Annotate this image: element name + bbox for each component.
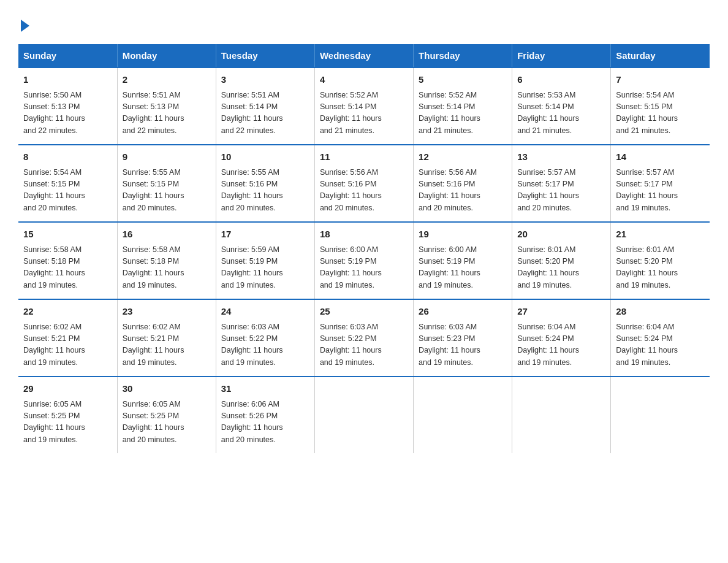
- day-info: Sunrise: 5:57 AMSunset: 5:17 PMDaylight:…: [517, 167, 605, 215]
- page-header: [18, 18, 710, 32]
- day-number: 7: [616, 73, 705, 87]
- day-info: Sunrise: 5:54 AMSunset: 5:15 PMDaylight:…: [23, 167, 112, 215]
- day-info: Sunrise: 5:56 AMSunset: 5:16 PMDaylight:…: [419, 167, 507, 215]
- calendar-week-row: 29Sunrise: 6:05 AMSunset: 5:25 PMDayligh…: [18, 377, 710, 453]
- calendar-cell: 5Sunrise: 5:52 AMSunset: 5:14 PMDaylight…: [414, 67, 512, 145]
- calendar-cell: [611, 377, 710, 453]
- calendar-cell: 31Sunrise: 6:06 AMSunset: 5:26 PMDayligh…: [216, 377, 314, 453]
- day-info: Sunrise: 5:57 AMSunset: 5:17 PMDaylight:…: [616, 167, 705, 215]
- col-header-thursday: Thursday: [414, 44, 512, 67]
- day-info: Sunrise: 5:55 AMSunset: 5:16 PMDaylight:…: [221, 167, 309, 215]
- day-info: Sunrise: 6:05 AMSunset: 5:25 PMDaylight:…: [123, 399, 211, 446]
- day-info: Sunrise: 6:04 AMSunset: 5:24 PMDaylight:…: [616, 321, 705, 369]
- col-header-tuesday: Tuesday: [216, 44, 314, 67]
- day-info: Sunrise: 6:00 AMSunset: 5:19 PMDaylight:…: [320, 244, 408, 292]
- calendar-cell: 17Sunrise: 5:59 AMSunset: 5:19 PMDayligh…: [216, 222, 314, 299]
- calendar-cell: 6Sunrise: 5:53 AMSunset: 5:14 PMDaylight…: [512, 67, 611, 145]
- logo-arrow-icon: [21, 20, 29, 32]
- day-number: 30: [123, 382, 211, 396]
- day-number: 13: [517, 150, 605, 164]
- calendar-week-row: 8Sunrise: 5:54 AMSunset: 5:15 PMDaylight…: [18, 145, 710, 222]
- calendar-cell: 30Sunrise: 6:05 AMSunset: 5:25 PMDayligh…: [117, 377, 216, 453]
- day-number: 2: [123, 73, 211, 87]
- calendar-week-row: 15Sunrise: 5:58 AMSunset: 5:18 PMDayligh…: [18, 222, 710, 299]
- calendar-cell: 24Sunrise: 6:03 AMSunset: 5:22 PMDayligh…: [216, 299, 314, 377]
- day-number: 14: [616, 150, 705, 164]
- day-number: 29: [23, 382, 112, 396]
- day-info: Sunrise: 5:51 AMSunset: 5:13 PMDaylight:…: [123, 90, 211, 137]
- day-info: Sunrise: 5:51 AMSunset: 5:14 PMDaylight:…: [221, 90, 309, 137]
- calendar-cell: 21Sunrise: 6:01 AMSunset: 5:20 PMDayligh…: [611, 222, 710, 299]
- day-number: 17: [221, 228, 309, 242]
- calendar-cell: 23Sunrise: 6:02 AMSunset: 5:21 PMDayligh…: [117, 299, 216, 377]
- day-number: 8: [23, 150, 112, 164]
- day-info: Sunrise: 6:06 AMSunset: 5:26 PMDaylight:…: [221, 399, 309, 446]
- day-number: 4: [320, 73, 408, 87]
- calendar-cell: 10Sunrise: 5:55 AMSunset: 5:16 PMDayligh…: [216, 145, 314, 222]
- calendar-cell: 18Sunrise: 6:00 AMSunset: 5:19 PMDayligh…: [314, 222, 413, 299]
- col-header-saturday: Saturday: [611, 44, 710, 67]
- day-number: 24: [221, 305, 309, 319]
- calendar-cell: [512, 377, 611, 453]
- day-info: Sunrise: 6:03 AMSunset: 5:23 PMDaylight:…: [419, 321, 507, 369]
- calendar-cell: 3Sunrise: 5:51 AMSunset: 5:14 PMDaylight…: [216, 67, 314, 145]
- calendar-cell: [314, 377, 413, 453]
- day-info: Sunrise: 5:53 AMSunset: 5:14 PMDaylight:…: [517, 90, 605, 137]
- col-header-wednesday: Wednesday: [314, 44, 413, 67]
- calendar-cell: 29Sunrise: 6:05 AMSunset: 5:25 PMDayligh…: [18, 377, 117, 453]
- day-number: 20: [517, 228, 605, 242]
- day-info: Sunrise: 5:54 AMSunset: 5:15 PMDaylight:…: [616, 90, 705, 137]
- calendar-cell: 20Sunrise: 6:01 AMSunset: 5:20 PMDayligh…: [512, 222, 611, 299]
- calendar-cell: 4Sunrise: 5:52 AMSunset: 5:14 PMDaylight…: [314, 67, 413, 145]
- day-number: 1: [23, 73, 112, 87]
- calendar-cell: 15Sunrise: 5:58 AMSunset: 5:18 PMDayligh…: [18, 222, 117, 299]
- day-info: Sunrise: 6:02 AMSunset: 5:21 PMDaylight:…: [123, 321, 211, 369]
- calendar-cell: 9Sunrise: 5:55 AMSunset: 5:15 PMDaylight…: [117, 145, 216, 222]
- col-header-friday: Friday: [512, 44, 611, 67]
- calendar-table: SundayMondayTuesdayWednesdayThursdayFrid…: [18, 44, 710, 453]
- calendar-week-row: 1Sunrise: 5:50 AMSunset: 5:13 PMDaylight…: [18, 67, 710, 145]
- calendar-cell: 19Sunrise: 6:00 AMSunset: 5:19 PMDayligh…: [414, 222, 512, 299]
- calendar-cell: 22Sunrise: 6:02 AMSunset: 5:21 PMDayligh…: [18, 299, 117, 377]
- calendar-cell: 27Sunrise: 6:04 AMSunset: 5:24 PMDayligh…: [512, 299, 611, 377]
- day-info: Sunrise: 5:52 AMSunset: 5:14 PMDaylight:…: [419, 90, 507, 137]
- day-info: Sunrise: 5:56 AMSunset: 5:16 PMDaylight:…: [320, 167, 408, 215]
- day-info: Sunrise: 6:00 AMSunset: 5:19 PMDaylight:…: [419, 244, 507, 292]
- day-info: Sunrise: 5:58 AMSunset: 5:18 PMDaylight:…: [23, 244, 112, 292]
- day-number: 10: [221, 150, 309, 164]
- calendar-cell: 8Sunrise: 5:54 AMSunset: 5:15 PMDaylight…: [18, 145, 117, 222]
- calendar-cell: 28Sunrise: 6:04 AMSunset: 5:24 PMDayligh…: [611, 299, 710, 377]
- day-info: Sunrise: 6:03 AMSunset: 5:22 PMDaylight:…: [221, 321, 309, 369]
- day-number: 12: [419, 150, 507, 164]
- calendar-cell: 1Sunrise: 5:50 AMSunset: 5:13 PMDaylight…: [18, 67, 117, 145]
- day-number: 6: [517, 73, 605, 87]
- day-info: Sunrise: 6:01 AMSunset: 5:20 PMDaylight:…: [616, 244, 705, 292]
- day-number: 23: [123, 305, 211, 319]
- day-number: 19: [419, 228, 507, 242]
- day-number: 25: [320, 305, 408, 319]
- day-number: 22: [23, 305, 112, 319]
- calendar-cell: 25Sunrise: 6:03 AMSunset: 5:22 PMDayligh…: [314, 299, 413, 377]
- day-number: 27: [517, 305, 605, 319]
- day-number: 5: [419, 73, 507, 87]
- day-number: 31: [221, 382, 309, 396]
- day-info: Sunrise: 5:55 AMSunset: 5:15 PMDaylight:…: [123, 167, 211, 215]
- day-info: Sunrise: 6:05 AMSunset: 5:25 PMDaylight:…: [23, 399, 112, 446]
- logo-blue-text: [18, 18, 29, 32]
- day-info: Sunrise: 6:04 AMSunset: 5:24 PMDaylight:…: [517, 321, 605, 369]
- day-number: 16: [123, 228, 211, 242]
- calendar-cell: 11Sunrise: 5:56 AMSunset: 5:16 PMDayligh…: [314, 145, 413, 222]
- col-header-monday: Monday: [117, 44, 216, 67]
- day-number: 28: [616, 305, 705, 319]
- calendar-header-row: SundayMondayTuesdayWednesdayThursdayFrid…: [18, 44, 710, 67]
- day-number: 9: [123, 150, 211, 164]
- calendar-cell: 26Sunrise: 6:03 AMSunset: 5:23 PMDayligh…: [414, 299, 512, 377]
- col-header-sunday: Sunday: [18, 44, 117, 67]
- day-info: Sunrise: 5:52 AMSunset: 5:14 PMDaylight:…: [320, 90, 408, 137]
- day-number: 26: [419, 305, 507, 319]
- calendar-cell: 12Sunrise: 5:56 AMSunset: 5:16 PMDayligh…: [414, 145, 512, 222]
- day-number: 18: [320, 228, 408, 242]
- day-info: Sunrise: 6:03 AMSunset: 5:22 PMDaylight:…: [320, 321, 408, 369]
- day-number: 11: [320, 150, 408, 164]
- day-number: 21: [616, 228, 705, 242]
